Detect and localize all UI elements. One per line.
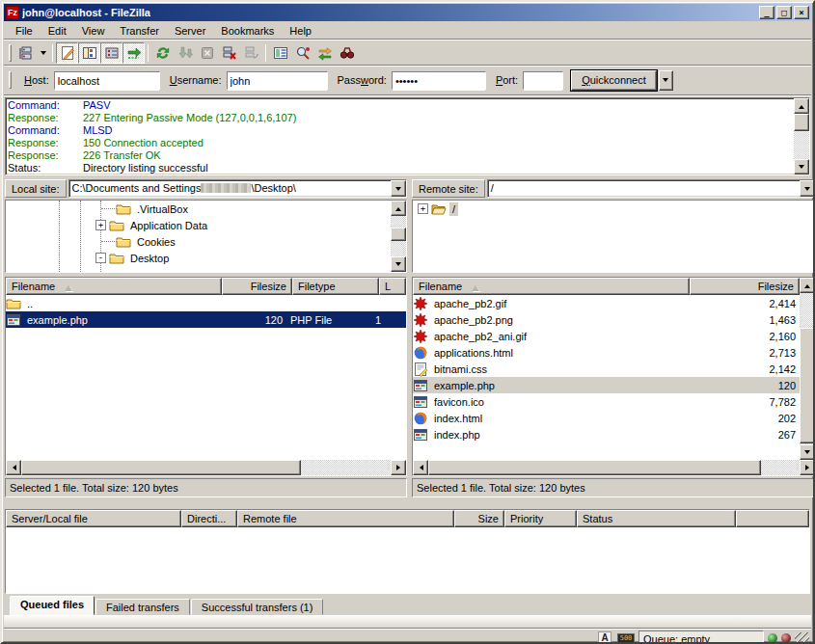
directory-comparison-button[interactable] <box>291 42 313 64</box>
scroll-down-button[interactable] <box>800 444 815 460</box>
scroll-right-button[interactable] <box>391 460 406 475</box>
toggle-message-log-button[interactable] <box>56 42 78 64</box>
scroll-left-button[interactable] <box>413 460 428 475</box>
remote-horizontal-scrollbar[interactable] <box>413 460 815 475</box>
refresh-button[interactable] <box>151 42 174 64</box>
reconnect-button[interactable] <box>240 42 262 64</box>
port-input[interactable] <box>524 72 562 91</box>
column-header-remote-file[interactable]: Remote file <box>237 510 454 527</box>
filter-button[interactable] <box>269 42 291 64</box>
scroll-up-button[interactable] <box>391 201 406 216</box>
tab-queued-files[interactable]: Queued files <box>10 596 95 615</box>
host-input[interactable] <box>55 72 159 91</box>
toggle-directory-tree-button[interactable] <box>78 42 100 64</box>
title-bar[interactable]: Fz john@localhost - FileZilla _ □ × <box>4 4 811 21</box>
column-header-filesize[interactable]: Filesize <box>222 278 292 295</box>
menu-server[interactable]: Server <box>167 23 213 39</box>
column-header-filename[interactable]: Filename <box>6 278 222 295</box>
toggle-processing-button[interactable] <box>122 42 145 64</box>
menu-transfer[interactable]: Transfer <box>112 23 167 39</box>
remote-vertical-scrollbar[interactable] <box>800 278 815 460</box>
log-scrollbar[interactable] <box>794 98 809 174</box>
quickconnect-button[interactable]: Quickconnect <box>571 70 657 91</box>
scroll-up-button[interactable] <box>800 278 815 293</box>
column-header-size[interactable]: Size <box>454 510 504 527</box>
disconnect-button[interactable] <box>218 42 240 64</box>
tree-item-desktop[interactable]: - Desktop <box>6 250 391 266</box>
file-row-example-php[interactable]: example.php 120 PHP File 1 <box>6 311 406 328</box>
scroll-thumb[interactable] <box>428 460 761 475</box>
file-row[interactable]: apache_pb2.gif2,414 <box>413 295 800 311</box>
scroll-left-button[interactable] <box>6 460 21 475</box>
quickconnect-grip[interactable] <box>9 71 12 89</box>
site-manager-dropdown-button[interactable] <box>37 42 49 64</box>
resize-grip[interactable] <box>795 632 809 644</box>
column-header-filesize[interactable]: Filesize <box>690 278 800 295</box>
menu-help[interactable]: Help <box>282 23 319 39</box>
file-row[interactable]: apache_pb2_ani.gif2,160 <box>413 328 800 344</box>
tree-item-root[interactable]: + / <box>413 201 815 217</box>
scroll-thumb[interactable] <box>21 460 301 475</box>
column-header-filetype[interactable]: Filetype <box>292 278 379 295</box>
column-header-last-modified[interactable]: L <box>379 278 406 295</box>
column-header-filename[interactable]: Filename <box>413 278 690 295</box>
quickconnect-dropdown-button[interactable] <box>659 70 673 91</box>
tab-successful-transfers[interactable]: Successful transfers (1) <box>191 599 324 615</box>
tree-item-cookies[interactable]: Cookies <box>6 233 391 250</box>
column-header-direction[interactable]: Directi... <box>181 510 237 527</box>
process-queue-button[interactable] <box>174 42 196 64</box>
menu-view[interactable]: View <box>74 23 113 39</box>
password-input[interactable] <box>393 72 485 91</box>
toolbar-grip[interactable] <box>9 44 12 62</box>
local-tree-scrollbar[interactable] <box>391 201 406 272</box>
scroll-thumb[interactable] <box>794 114 809 131</box>
cancel-operation-button[interactable] <box>196 42 218 64</box>
username-input[interactable] <box>228 72 327 91</box>
data-type-indicator[interactable]: A <box>596 631 613 644</box>
tree-item-application-data[interactable]: + Application Data <box>6 217 391 233</box>
collapse-icon[interactable]: - <box>95 253 106 263</box>
site-manager-button[interactable] <box>14 42 37 64</box>
maximize-button[interactable]: □ <box>776 6 792 19</box>
tab-failed-transfers[interactable]: Failed transfers <box>95 599 190 615</box>
scroll-down-button[interactable] <box>391 256 406 272</box>
tree-item-virtualbox[interactable]: .VirtualBox <box>6 201 391 217</box>
scroll-right-button[interactable] <box>800 460 815 475</box>
file-row-parent-dir[interactable]: .. <box>6 295 406 311</box>
minimize-button[interactable]: _ <box>759 6 774 19</box>
scroll-track[interactable] <box>800 293 815 444</box>
local-horizontal-scrollbar[interactable] <box>6 460 406 475</box>
scroll-track[interactable] <box>761 460 800 475</box>
close-button[interactable]: × <box>794 6 809 19</box>
remote-site-combo[interactable]: / <box>487 179 815 198</box>
remote-site-dropdown-button[interactable] <box>800 180 815 197</box>
toggle-transfer-queue-button[interactable] <box>100 42 122 64</box>
speed-limit-indicator[interactable]: 500 <box>617 631 635 644</box>
column-header-server-local-file[interactable]: Server/Local file <box>6 510 181 527</box>
find-files-button[interactable] <box>336 42 358 64</box>
app-icon[interactable]: Fz <box>6 6 19 19</box>
expand-icon[interactable]: + <box>418 203 428 214</box>
menu-bookmarks[interactable]: Bookmarks <box>213 23 282 39</box>
file-row[interactable]: favicon.ico7,782 <box>413 393 800 410</box>
file-row[interactable]: index.html202 <box>413 410 800 426</box>
expand-icon[interactable]: + <box>95 220 106 230</box>
synchronized-browsing-button[interactable] <box>313 42 336 64</box>
menu-edit[interactable]: Edit <box>41 23 74 39</box>
column-header-priority[interactable]: Priority <box>504 510 577 527</box>
column-header-status[interactable]: Status <box>577 510 736 527</box>
scroll-down-button[interactable] <box>794 159 809 174</box>
local-site-dropdown-button[interactable] <box>391 180 406 197</box>
local-site-combo[interactable]: C:\Documents and Settings\Desktop\ <box>68 179 407 198</box>
scroll-track[interactable] <box>391 216 406 256</box>
file-row[interactable]: index.php267 <box>413 426 800 443</box>
scroll-track[interactable] <box>301 460 391 475</box>
scroll-thumb[interactable] <box>391 228 406 241</box>
scroll-track[interactable] <box>794 131 809 159</box>
file-row[interactable]: bitnami.css2,142 <box>413 361 800 377</box>
file-row-example-php[interactable]: example.php120 <box>413 377 800 393</box>
file-row[interactable]: apache_pb2.png1,463 <box>413 311 800 328</box>
file-row[interactable]: applications.html2,713 <box>413 344 800 361</box>
menu-file[interactable]: File <box>8 23 41 39</box>
scroll-thumb[interactable] <box>800 328 815 443</box>
